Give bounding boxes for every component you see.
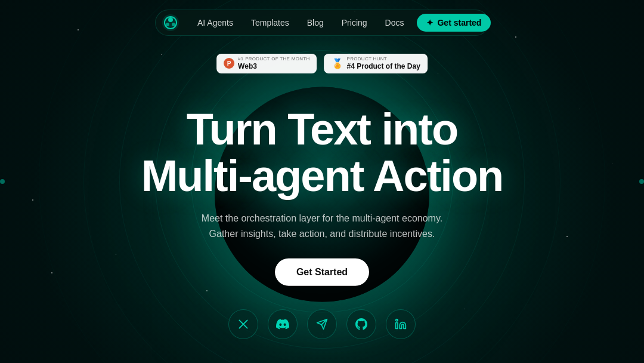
cta-star-icon: ✦	[426, 18, 434, 27]
badge-day-main: #4 Product of the Day	[347, 62, 420, 70]
nav-link-docs[interactable]: Docs	[377, 14, 413, 31]
svg-point-3	[166, 23, 169, 26]
svg-point-2	[168, 17, 173, 22]
side-indicator-right	[639, 179, 644, 184]
nav-links: AI Agents Templates Blog Pricing Docs	[189, 14, 412, 31]
svg-point-8	[396, 319, 398, 321]
hero-subtitle: Meet the orchestration layer for the mul…	[191, 211, 453, 241]
hero-title-line1: Turn Text into	[187, 104, 457, 154]
nav-link-ai-agents[interactable]: AI Agents	[189, 14, 242, 31]
nav-cta-label: Get started	[437, 18, 481, 27]
producthunt-icon: P	[224, 58, 234, 69]
discord-button[interactable]	[268, 309, 298, 339]
badge-day-text: PRODUCT HUNT #4 Product of the Day	[347, 57, 420, 70]
badge-ph-small: #1 PRODUCT OF THE MONTH	[238, 57, 309, 62]
medal-icon: 🏅	[332, 58, 343, 69]
github-button[interactable]	[346, 309, 376, 339]
svg-rect-7	[396, 323, 398, 329]
hero-cta-button[interactable]: Get Started	[275, 258, 369, 285]
logo[interactable]	[162, 14, 179, 32]
nav-link-templates[interactable]: Templates	[243, 14, 298, 31]
badge-day-small: PRODUCT HUNT	[347, 57, 420, 62]
nav-get-started-button[interactable]: ✦ Get started	[417, 14, 491, 32]
side-indicator-left	[0, 179, 5, 184]
twitter-button[interactable]	[228, 309, 258, 339]
social-icons-row	[228, 309, 416, 339]
badge-ph-text: #1 PRODUCT OF THE MONTH Web3	[238, 57, 309, 70]
hero-title-line2: Multi-agent Action	[141, 150, 503, 200]
nav-link-pricing[interactable]: Pricing	[333, 14, 376, 31]
linkedin-button[interactable]	[386, 309, 416, 339]
hero-title: Turn Text into Multi-agent Action	[66, 106, 578, 199]
nav-link-blog[interactable]: Blog	[299, 14, 332, 31]
hero-section: Turn Text into Multi-agent Action Meet t…	[66, 106, 578, 286]
navbar: AI Agents Templates Blog Pricing Docs ✦ …	[155, 10, 489, 36]
badge-producthunt-day: 🏅 PRODUCT HUNT #4 Product of the Day	[324, 54, 428, 73]
badge-producthunt-month: P #1 PRODUCT OF THE MONTH Web3	[216, 54, 317, 73]
badge-ph-main: Web3	[238, 62, 309, 70]
telegram-button[interactable]	[307, 309, 337, 339]
svg-point-4	[172, 23, 175, 26]
badge-row: P #1 PRODUCT OF THE MONTH Web3 🏅 PRODUCT…	[216, 54, 428, 73]
